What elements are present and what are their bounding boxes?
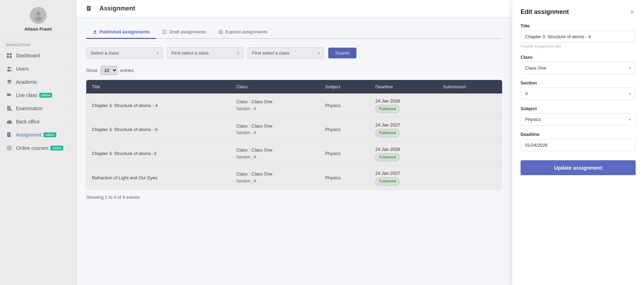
publish-icon (92, 30, 97, 34)
status-badge: Published (375, 153, 400, 162)
section-select-wrapper: A (521, 88, 636, 100)
section-filter[interactable]: First select a class (248, 47, 324, 59)
deadline-label: Deadline (521, 132, 636, 137)
class-select[interactable]: Class One (521, 62, 636, 74)
edit-panel-title: Edit assignment (521, 8, 569, 16)
addon-badge: addon (43, 132, 56, 137)
title-input[interactable] (521, 31, 636, 43)
close-button[interactable]: × (629, 9, 636, 16)
cell-subject: Physics (320, 166, 370, 190)
entries-select[interactable]: 10 (100, 66, 118, 75)
table-row[interactable]: Refraction of Light and Our Eyes Class :… (86, 166, 502, 190)
svg-rect-11 (7, 93, 10, 96)
subject-select-wrapper: Physics (521, 113, 636, 125)
subject-filter-wrapper: First select a class (167, 47, 243, 59)
cell-submission (437, 141, 502, 165)
table-row[interactable]: Chapter 3: Structure of atoms - 6 Class … (86, 117, 502, 141)
table-row[interactable]: Chapter 3: Structure of atoms - 4 Class … (86, 93, 502, 117)
chevron-right-icon: › (69, 80, 70, 84)
sidebar-item-label: Dashboard (16, 53, 40, 58)
section-select[interactable]: A (521, 88, 636, 100)
svg-rect-5 (10, 56, 12, 58)
cell-title: Refraction of Light and Our Eyes (86, 166, 231, 190)
svg-point-8 (10, 67, 12, 69)
back-office-icon (6, 119, 13, 125)
svg-point-1 (35, 17, 42, 21)
col-subject: Subject (320, 80, 370, 93)
table-row[interactable]: Chapter 3: Structure of atoms -3 Class :… (86, 141, 502, 165)
table-footer-text: Showing 1 to 4 of 4 entries (86, 195, 140, 200)
sidebar-item-live-class[interactable]: Live class addon › (0, 89, 76, 102)
cell-submission (437, 117, 502, 141)
svg-rect-31 (163, 30, 166, 34)
sidebar-item-academic[interactable]: Academic › (0, 75, 76, 89)
cell-class: Class : Class One Section : A (231, 93, 320, 117)
cell-class: Class : Class One Section : A (231, 141, 320, 165)
subject-field-group: Subject Physics (521, 106, 636, 125)
svg-rect-15 (8, 108, 10, 108)
chevron-right-icon: › (69, 146, 70, 150)
search-button[interactable]: Search (328, 48, 356, 58)
svg-rect-19 (7, 121, 12, 124)
cell-deadline: 24 Jan 2026 Published (370, 93, 437, 117)
tab-label: Published assignments (99, 29, 150, 34)
dashboard-icon (6, 52, 13, 59)
chevron-right-icon: › (69, 67, 70, 71)
status-badge: Published (375, 105, 400, 113)
svg-rect-14 (8, 107, 10, 107)
svg-point-9 (10, 70, 13, 72)
update-assignment-button[interactable]: Update assignment (521, 160, 636, 175)
sidebar-item-label: Back office (16, 119, 40, 124)
show-entries: Show 10 entries (86, 66, 502, 75)
assignment-table: Title Class Subject Deadline Submission … (86, 80, 502, 190)
subject-filter[interactable]: First select a class (167, 47, 243, 59)
class-field-group: Class Class One (521, 55, 636, 74)
class-label: Class (521, 55, 636, 60)
deadline-input[interactable] (521, 139, 636, 151)
avatar (30, 7, 47, 24)
svg-marker-26 (9, 147, 11, 149)
class-filter-wrapper: Select a class (86, 47, 163, 59)
examination-icon: ✓ (6, 105, 13, 112)
svg-rect-29 (88, 8, 90, 8)
edit-panel-header: Edit assignment × (521, 8, 636, 16)
sidebar-item-assignment[interactable]: Assignment addon (0, 128, 76, 141)
sidebar-item-users[interactable]: Users › (0, 62, 76, 75)
svg-marker-12 (10, 94, 12, 96)
nav-label: NAVIGATION (0, 38, 76, 49)
sidebar-item-online-courses[interactable]: Online courses addon › (0, 141, 76, 155)
main-content: Assignment Published assignments Draft a… (77, 0, 512, 285)
cell-subject: Physics (320, 141, 370, 165)
svg-rect-2 (7, 53, 9, 55)
addon-badge: addon (39, 93, 52, 98)
svg-rect-4 (7, 56, 9, 58)
chevron-right-icon: › (69, 106, 70, 111)
title-field-group: Title Provide assignment title (521, 23, 636, 48)
user-name: Alison Frami (24, 26, 52, 32)
col-title: Title (86, 80, 231, 93)
tab-published[interactable]: Published assignments (86, 26, 156, 39)
tab-label: Draft assignments (169, 29, 206, 34)
class-filter[interactable]: Select a class (86, 47, 163, 59)
col-class: Class (231, 80, 320, 93)
tab-draft[interactable]: Draft assignments (156, 26, 212, 39)
subject-select[interactable]: Physics (521, 113, 636, 125)
chevron-right-icon: › (69, 120, 70, 124)
tab-expired[interactable]: Expired assignments (212, 26, 274, 39)
cell-title: Chapter 3: Structure of atoms - 6 (86, 117, 231, 141)
sidebar-item-label: Online courses (16, 145, 48, 151)
sidebar-item-examination[interactable]: ✓ Examination › (0, 102, 76, 115)
sidebar: Alison Frami NAVIGATION Dashboard Users … (0, 0, 77, 285)
sidebar-item-dashboard[interactable]: Dashboard (0, 49, 76, 62)
sidebar-user: Alison Frami (0, 0, 76, 38)
cell-submission (437, 93, 502, 117)
table-footer: Showing 1 to 4 of 4 entries (86, 195, 502, 200)
col-submission: Submission (437, 80, 502, 93)
tab-label: Expired assignments (225, 29, 267, 34)
users-icon (6, 66, 13, 72)
svg-rect-30 (88, 9, 89, 9)
title-hint: Provide assignment title (521, 44, 636, 48)
svg-text:✓: ✓ (10, 109, 11, 111)
sidebar-item-back-office[interactable]: Back office › (0, 115, 76, 128)
live-class-icon (6, 92, 13, 98)
